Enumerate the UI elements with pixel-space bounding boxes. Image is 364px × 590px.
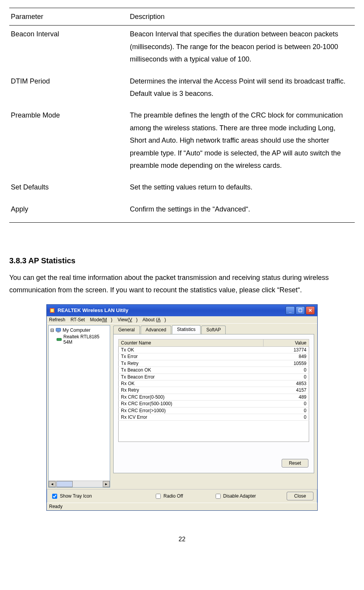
sidebar-scrollbar[interactable]: ◄ ► xyxy=(49,481,110,487)
tab-panel-statistics: Counter Name Value Tx OK13774Tx Error849… xyxy=(113,334,314,473)
stats-counter-name: Rx CRC Error(>1000) xyxy=(119,407,264,414)
page-number: 22 xyxy=(9,534,355,545)
section-heading: 3.8.3 AP Statistics xyxy=(9,254,355,268)
disable-adapter-checkbox[interactable]: Disable Adapter xyxy=(214,493,256,500)
stats-counter-name: Tx Beacon OK xyxy=(119,367,264,373)
table-row: DTIM Period Determines the interval the … xyxy=(9,73,355,107)
titlebar: REALTEK Wireless LAN Uitily _ ☐ ✕ xyxy=(47,305,317,316)
stats-row[interactable]: Tx OK13774 xyxy=(119,347,309,353)
menu-rtset[interactable]: RT-Set xyxy=(70,317,85,322)
param-name: Apply xyxy=(9,201,128,223)
disable-adapter-label: Disable Adapter xyxy=(223,493,256,499)
tab-general[interactable]: General xyxy=(113,326,140,334)
table-row: Preamble Mode The preamble defines the l… xyxy=(9,107,355,179)
tab-softap[interactable]: SoftAP xyxy=(201,326,226,334)
param-name: Preamble Mode xyxy=(9,107,128,179)
tab-bar: General Advanced Statistics SoftAP xyxy=(113,325,314,334)
show-tray-label: Show Tray Icon xyxy=(60,493,92,499)
param-name: DTIM Period xyxy=(9,73,128,107)
app-icon xyxy=(49,307,55,314)
svg-rect-4 xyxy=(57,338,61,341)
stats-row[interactable]: Tx Error849 xyxy=(119,353,309,360)
param-desc: The preamble defines the length of the C… xyxy=(128,107,355,179)
close-button[interactable]: Close xyxy=(287,492,313,500)
show-tray-input[interactable] xyxy=(52,494,57,499)
param-desc: Determines the interval the Access Point… xyxy=(128,73,355,107)
stats-counter-name: Tx Error xyxy=(119,353,264,360)
stats-counter-name: Rx OK xyxy=(119,380,264,387)
header-parameter: Parameter xyxy=(9,8,128,26)
table-row: Beacon Interval Beacon Interval that spe… xyxy=(9,26,355,73)
stats-counter-value: 489 xyxy=(263,394,309,400)
stats-counter-name: Tx Beacon Error xyxy=(119,373,264,380)
stats-counter-value: 849 xyxy=(263,353,309,360)
tab-statistics[interactable]: Statistics xyxy=(172,325,201,334)
close-window-button[interactable]: ✕ xyxy=(306,306,315,315)
parameter-table: Parameter Description Beacon Interval Be… xyxy=(9,8,355,223)
reset-button[interactable]: Reset xyxy=(282,459,308,467)
param-desc: Confirm the settings in the “Advanced“. xyxy=(128,201,355,223)
stats-row[interactable]: Rx CRC Error(0-500)489 xyxy=(119,394,309,400)
param-name: Beacon Interval xyxy=(9,26,128,73)
table-row: Apply Confirm the settings in the “Advan… xyxy=(9,201,355,223)
stats-counter-name: Rx ICV Error xyxy=(119,414,264,420)
stats-row[interactable]: Tx Beacon Error0 xyxy=(119,373,309,380)
radio-off-checkbox[interactable]: Radio Off xyxy=(154,493,183,500)
stats-row[interactable]: Rx CRC Error(500-1000)0 xyxy=(119,401,309,407)
stats-counter-value: 4853 xyxy=(263,380,309,387)
scroll-left-icon[interactable]: ◄ xyxy=(49,481,56,487)
radio-off-label: Radio Off xyxy=(163,493,183,499)
sidebar-tree[interactable]: ⊟ My Computer Realtek RTL8185 54M ◄ ► xyxy=(48,325,110,488)
stats-row[interactable]: Tx Retry10559 xyxy=(119,360,309,367)
stats-row[interactable]: Tx Beacon OK0 xyxy=(119,367,309,373)
stats-counter-name: Rx CRC Error(500-1000) xyxy=(119,401,264,407)
stats-counter-value: 4157 xyxy=(263,387,309,394)
table-row: Set Defaults Set the setting values retu… xyxy=(9,179,355,200)
tree-collapse-icon[interactable]: ⊟ xyxy=(50,327,54,333)
stats-row[interactable]: Rx ICV Error0 xyxy=(119,414,309,420)
statusbar: Ready xyxy=(47,503,317,510)
computer-icon xyxy=(56,327,61,333)
param-name: Set Defaults xyxy=(9,179,128,200)
stats-counter-name: Tx Retry xyxy=(119,360,264,367)
param-desc: Set the setting values return to default… xyxy=(128,179,355,200)
svg-rect-1 xyxy=(51,309,54,312)
menu-refresh[interactable]: Refresh xyxy=(49,317,65,322)
menu-view[interactable]: View(V) xyxy=(117,317,138,322)
stats-counter-value: 0 xyxy=(263,407,309,414)
header-description: Description xyxy=(128,8,355,26)
tree-root-label[interactable]: My Computer xyxy=(63,327,90,333)
stats-header-value[interactable]: Value xyxy=(263,339,309,346)
maximize-button[interactable]: ☐ xyxy=(296,306,305,315)
statistics-table: Counter Name Value Tx OK13774Tx Error849… xyxy=(118,339,309,442)
minimize-button[interactable]: _ xyxy=(286,306,295,315)
scroll-right-icon[interactable]: ► xyxy=(103,481,110,487)
stats-counter-name: Tx OK xyxy=(119,347,264,353)
menu-about[interactable]: About (A) xyxy=(143,317,166,322)
window-title: REALTEK Wireless LAN Uitily xyxy=(58,307,128,314)
stats-header-name[interactable]: Counter Name xyxy=(119,339,264,346)
radio-off-input[interactable] xyxy=(156,494,161,499)
tree-node-label[interactable]: Realtek RTL8185 54M xyxy=(63,334,108,345)
stats-row[interactable]: Rx Retry4157 xyxy=(119,387,309,394)
tab-advanced[interactable]: Advanced xyxy=(141,326,171,334)
scroll-thumb[interactable] xyxy=(56,481,73,487)
stats-counter-value: 13774 xyxy=(263,347,309,353)
svg-rect-2 xyxy=(56,328,61,331)
menu-mode[interactable]: Mode(M) xyxy=(90,317,112,322)
stats-counter-value: 0 xyxy=(263,414,309,420)
stats-counter-value: 0 xyxy=(263,401,309,407)
disable-adapter-input[interactable] xyxy=(216,494,221,499)
stats-row[interactable]: Rx OK4853 xyxy=(119,380,309,387)
svg-rect-3 xyxy=(57,332,60,333)
stats-row[interactable]: Rx CRC Error(>1000)0 xyxy=(119,407,309,414)
stats-counter-value: 0 xyxy=(263,373,309,380)
stats-counter-name: Rx CRC Error(0-500) xyxy=(119,394,264,400)
adapter-icon xyxy=(56,337,62,342)
stats-counter-value: 10559 xyxy=(263,360,309,367)
app-window: REALTEK Wireless LAN Uitily _ ☐ ✕ Refres… xyxy=(46,304,318,511)
stats-counter-value: 0 xyxy=(263,367,309,373)
bottom-bar: Show Tray Icon Radio Off Disable Adapter… xyxy=(47,489,317,503)
param-desc: Beacon Interval that specifies the durat… xyxy=(128,26,355,73)
show-tray-checkbox[interactable]: Show Tray Icon xyxy=(51,493,92,500)
